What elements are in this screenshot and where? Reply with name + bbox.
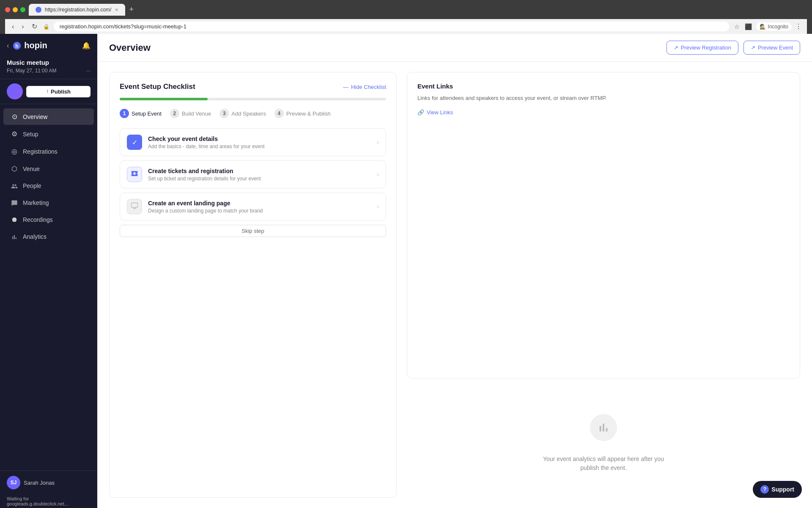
item-icon-check-details: ✓ <box>127 135 142 150</box>
svg-text:h: h <box>16 43 19 49</box>
bar-chart-icon <box>597 421 610 434</box>
reload-btn[interactable]: ↻ <box>30 22 39 31</box>
active-tab[interactable]: https://registration.hopin.com/ × <box>29 4 125 16</box>
tab-bar: https://registration.hopin.com/ × + <box>29 3 137 16</box>
minimize-window-btn[interactable] <box>13 7 18 12</box>
loading-status: Waiting for googleads.g.doubleclick.net.… <box>0 494 97 508</box>
sidebar-item-label-registrations: Registrations <box>23 148 58 155</box>
step-3[interactable]: 3 Add Speakers <box>219 109 266 118</box>
event-links-title: Event Links <box>417 83 790 90</box>
step-2[interactable]: 2 Build Venue <box>170 109 211 118</box>
item-title-landing-page: Create an event landing page <box>148 200 371 207</box>
sidebar-item-setup[interactable]: ⚙ Setup <box>3 126 94 142</box>
close-window-btn[interactable] <box>5 7 10 12</box>
sidebar-item-recordings[interactable]: ⏺ Recordings <box>3 212 94 228</box>
publish-section: ↑ Publish <box>0 79 97 104</box>
content-area: Event Setup Checklist — Hide Checklist 1… <box>97 62 812 508</box>
venue-icon: ⬡ <box>10 165 19 173</box>
analytics-icon <box>10 233 19 240</box>
preview-registration-btn[interactable]: ↗ Preview Registration <box>667 41 738 55</box>
bookmark-icon[interactable]: ☆ <box>733 22 741 31</box>
sidebar-nav: ⊙ Overview ⚙ Setup ◎ Registrations ⬡ Ven… <box>0 104 97 470</box>
sidebar-item-overview[interactable]: ⊙ Overview <box>3 108 94 125</box>
tab-favicon <box>36 7 41 13</box>
logo-text: hopin <box>24 41 47 50</box>
back-to-events-btn[interactable]: ‹ <box>7 42 9 50</box>
sidebar-item-label-people: People <box>23 182 41 189</box>
item-arrow-tickets: › <box>377 171 379 178</box>
screen-capture-icon[interactable]: ⬛ <box>744 22 753 31</box>
item-text-check-details: Check your event details Add the basics … <box>148 135 371 149</box>
event-links-desc: Links for attendees and speakers to acce… <box>417 94 790 102</box>
checklist-item-event-details[interactable]: ✓ Check your event details Add the basic… <box>120 128 386 156</box>
sidebar-header: ‹ h hopin 🔔 <box>0 34 97 54</box>
step-1-label: Setup Event <box>132 110 162 117</box>
close-tab-btn[interactable]: × <box>115 6 118 13</box>
preview-event-btn[interactable]: ↗ Preview Event <box>743 41 800 55</box>
support-icon: ? <box>760 485 769 494</box>
checklist-card: Event Setup Checklist — Hide Checklist 1… <box>109 72 397 498</box>
event-options-btn[interactable]: ··· <box>86 68 91 74</box>
app-layout: ‹ h hopin 🔔 Music meetup Fri, May 27, 11… <box>0 34 812 508</box>
preview-registration-label: Preview Registration <box>681 44 731 51</box>
support-btn[interactable]: ? Support <box>753 481 802 498</box>
user-name: Sarah Jonas <box>24 480 55 486</box>
step-1[interactable]: 1 Setup Event <box>120 109 162 118</box>
view-links-btn[interactable]: 🔗 View Links <box>417 109 790 116</box>
minus-icon: — <box>343 84 348 90</box>
people-icon <box>10 182 19 190</box>
checklist-item-landing-page[interactable]: Create an event landing page Design a cu… <box>120 193 386 221</box>
svg-rect-2 <box>132 203 138 207</box>
checklist-header: Event Setup Checklist — Hide Checklist <box>120 83 386 91</box>
sidebar-item-label-recordings: Recordings <box>23 216 53 223</box>
item-icon-landing-page <box>127 199 142 214</box>
incognito-badge: 🕵 Incognito <box>756 22 792 31</box>
item-title-check-details: Check your event details <box>148 135 371 142</box>
sidebar: ‹ h hopin 🔔 Music meetup Fri, May 27, 11… <box>0 34 97 508</box>
sidebar-item-label-overview: Overview <box>23 113 47 120</box>
sidebar-item-label-marketing: Marketing <box>23 199 49 206</box>
publish-label: Publish <box>51 88 71 95</box>
sidebar-item-venue[interactable]: ⬡ Venue <box>3 160 94 177</box>
step-4[interactable]: 4 Preview & Publish <box>274 109 331 118</box>
notification-icon[interactable]: 🔔 <box>82 41 91 50</box>
sidebar-footer: SJ Sarah Jonas <box>0 470 97 494</box>
step-1-num: 1 <box>120 109 129 118</box>
sidebar-item-people[interactable]: People <box>3 178 94 194</box>
browser-menu-btn[interactable]: ⋮ <box>795 22 802 30</box>
maximize-window-btn[interactable] <box>20 7 25 12</box>
overview-icon: ⊙ <box>10 113 19 121</box>
analytics-placeholder-text: Your event analytics will appear here af… <box>536 455 671 472</box>
analytics-placeholder-icon <box>590 414 617 441</box>
main-header: Overview ↗ Preview Registration ↗ Previe… <box>97 34 812 62</box>
checklist-item-tickets[interactable]: Create tickets and registration Set up t… <box>120 160 386 188</box>
address-bar-row: ‹ › ↻ 🔒 ☆ ⬛ 🕵 Incognito ⋮ <box>5 19 807 34</box>
back-btn[interactable]: ‹ <box>10 22 16 31</box>
sidebar-item-analytics[interactable]: Analytics <box>3 229 94 245</box>
forward-btn[interactable]: › <box>20 22 25 31</box>
lock-icon: 🔒 <box>43 24 49 30</box>
publish-btn[interactable]: ↑ Publish <box>26 86 91 97</box>
skip-step-btn[interactable]: Skip step <box>120 225 386 237</box>
bar-actions: ☆ ⬛ 🕵 Incognito ⋮ <box>733 22 802 31</box>
new-tab-btn[interactable]: + <box>126 3 137 16</box>
event-name-section: Music meetup Fri, May 27, 11:00 AM ··· <box>0 54 97 79</box>
hide-checklist-btn[interactable]: — Hide Checklist <box>343 84 386 90</box>
view-links-label: View Links <box>427 109 453 116</box>
recordings-icon: ⏺ <box>10 216 19 224</box>
address-input[interactable] <box>54 22 730 31</box>
sidebar-item-marketing[interactable]: Marketing <box>3 195 94 211</box>
sidebar-item-label-analytics: Analytics <box>23 233 47 240</box>
sidebar-item-registrations[interactable]: ◎ Registrations <box>3 143 94 160</box>
event-avatar <box>7 83 23 99</box>
registrations-icon: ◎ <box>10 147 19 155</box>
main-content: Overview ↗ Preview Registration ↗ Previe… <box>97 34 812 508</box>
event-links-card: Event Links Links for attendees and spea… <box>407 72 800 378</box>
window-controls <box>5 7 25 12</box>
page-title: Overview <box>109 42 151 53</box>
item-desc-check-details: Add the basics - date, time and areas fo… <box>148 144 371 149</box>
ticket-icon <box>131 170 138 179</box>
progress-fill <box>120 98 208 100</box>
checklist-items: ✓ Check your event details Add the basic… <box>120 128 386 237</box>
header-actions: ↗ Preview Registration ↗ Preview Event <box>667 41 800 55</box>
